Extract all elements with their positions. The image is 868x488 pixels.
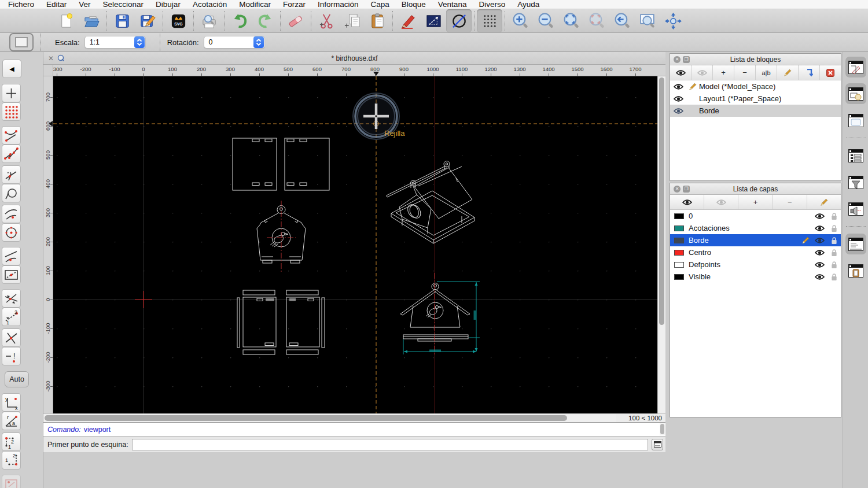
lock-icon[interactable]: [827, 224, 841, 232]
snap-middle-button[interactable]: [2, 247, 21, 265]
visibility-eye-icon[interactable]: [812, 213, 827, 220]
vertical-scrollbar-thumb[interactable]: [659, 77, 664, 325]
visibility-eye-icon[interactable]: [670, 108, 686, 114]
menu-item-modificar[interactable]: Modificar: [239, 0, 271, 9]
block-insert-button[interactable]: [799, 65, 820, 80]
menu-item-dibujar[interactable]: Dibujar: [156, 0, 181, 9]
zoom-out-button[interactable]: [533, 9, 558, 32]
block-row[interactable]: Model (*Model_Space): [670, 80, 841, 93]
undo-button[interactable]: [227, 9, 252, 32]
line-tool-button[interactable]: [421, 9, 446, 32]
redo-button[interactable]: [252, 9, 278, 32]
coord-cartesian-button[interactable]: yx: [2, 393, 21, 412]
rel-point-b-button[interactable]: 12: [2, 451, 21, 469]
command-keyboard-button[interactable]: [652, 439, 663, 450]
visibility-eye-icon[interactable]: [670, 95, 686, 102]
menu-item-capa[interactable]: Capa: [371, 0, 389, 9]
circle-tool-button[interactable]: [446, 9, 472, 32]
panel-float-icon[interactable]: ❐: [683, 56, 690, 63]
menu-item-ver[interactable]: Ver: [79, 0, 90, 9]
snap-on-entity-button[interactable]: [2, 145, 21, 163]
zoom-selection-button[interactable]: [584, 9, 609, 32]
zoom-auto-button[interactable]: [558, 9, 584, 32]
visibility-eye-icon[interactable]: [670, 83, 686, 90]
zoom-window-button[interactable]: [635, 9, 660, 32]
visibility-eye-icon[interactable]: [812, 249, 827, 256]
snap-reference-button[interactable]: [2, 265, 21, 284]
layer-remove-button[interactable]: −: [773, 195, 807, 209]
snap-intersection-button[interactable]: [2, 328, 21, 347]
snap-distance-button[interactable]: 12: [2, 308, 21, 326]
new-document-button[interactable]: [53, 9, 79, 32]
snap-tangent-button[interactable]: [2, 205, 21, 223]
snap-endpoints-button[interactable]: [2, 126, 21, 145]
visibility-eye-icon[interactable]: [812, 261, 827, 268]
menu-item-seleccionar[interactable]: Seleccionar: [103, 0, 144, 9]
lock-icon[interactable]: [827, 249, 841, 257]
menu-item-información[interactable]: Información: [318, 0, 359, 9]
open-document-button[interactable]: [79, 9, 104, 32]
menu-item-ventana[interactable]: Ventana: [438, 0, 467, 9]
command-input[interactable]: [132, 439, 648, 450]
snap-perpendicular-button[interactable]: [2, 165, 21, 184]
menu-item-bloque[interactable]: Bloque: [402, 0, 426, 9]
palette-back-button[interactable]: ◀: [2, 60, 21, 78]
delete-button[interactable]: [283, 9, 308, 32]
menu-item-acotación[interactable]: Acotación: [193, 0, 227, 9]
block-rename-button[interactable]: a|b: [756, 65, 777, 80]
restrict-nothing-button[interactable]: !: [2, 347, 21, 365]
scale-select[interactable]: 1:1: [84, 36, 146, 49]
visibility-eye-icon[interactable]: [812, 273, 827, 280]
layer-row[interactable]: Centro: [670, 246, 841, 258]
layer-row[interactable]: Visible: [670, 271, 841, 283]
block-edit-button[interactable]: [777, 65, 799, 80]
layer-show-all-button[interactable]: [670, 195, 704, 209]
horizontal-scrollbar[interactable]: [43, 414, 616, 422]
snap-center-button[interactable]: [2, 223, 21, 242]
print-preview-button[interactable]: [196, 9, 222, 32]
layer-edit-button[interactable]: [807, 195, 841, 209]
panel-float-icon[interactable]: ❐: [683, 186, 690, 193]
horizontal-scrollbar-thumb[interactable]: [45, 415, 567, 421]
menu-item-fichero[interactable]: Fichero: [8, 0, 34, 9]
viewport-button[interactable]: [9, 33, 34, 51]
auto-snap-button[interactable]: Auto: [5, 371, 29, 387]
menu-item-forzar[interactable]: Forzar: [283, 0, 306, 9]
layer-row[interactable]: Acotaciones: [670, 222, 841, 234]
block-row[interactable]: Layout1 (*Paper_Space): [670, 93, 841, 105]
grid-snap-button[interactable]: [2, 102, 21, 121]
dock-filter-button[interactable]: [845, 172, 866, 193]
edit-pencil-icon[interactable]: [686, 83, 699, 91]
dock-block-list-button[interactable]: [845, 57, 866, 77]
lock-icon[interactable]: [827, 236, 841, 245]
rel-point-a-button[interactable]: 12: [2, 432, 21, 451]
dock-clipboard-button[interactable]: [845, 260, 866, 281]
save-as-button[interactable]: [135, 9, 160, 32]
select-region-button[interactable]: [2, 475, 21, 488]
vertical-scrollbar[interactable]: [657, 76, 665, 413]
snap-circle-button[interactable]: [2, 184, 21, 202]
command-scrollbar[interactable]: [660, 423, 665, 435]
layer-add-button[interactable]: +: [738, 195, 773, 209]
zoom-in-button[interactable]: [507, 9, 533, 32]
coord-polar-button[interactable]: ra: [2, 412, 21, 430]
panel-close-icon[interactable]: ✕: [674, 186, 681, 193]
dock-layer-list-button[interactable]: [845, 145, 866, 166]
copy-button[interactable]: [339, 9, 365, 32]
dock-library-browser-button[interactable]: [845, 83, 866, 104]
block-row[interactable]: Borde: [670, 105, 841, 117]
lock-icon[interactable]: [827, 261, 841, 269]
layer-row[interactable]: Borde: [670, 234, 841, 246]
cut-button[interactable]: [314, 9, 339, 32]
zoom-previous-button[interactable]: [609, 9, 635, 32]
save-button[interactable]: [109, 9, 135, 32]
dock-blank-panel-button[interactable]: [845, 110, 866, 131]
menu-item-editar[interactable]: Editar: [46, 0, 67, 9]
grid-toggle-button[interactable]: [477, 9, 502, 32]
paste-button[interactable]: [365, 9, 390, 32]
block-add-button[interactable]: +: [713, 65, 734, 80]
edit-pencil-icon[interactable]: [799, 236, 812, 245]
block-purge-button[interactable]: [820, 65, 841, 80]
layer-row[interactable]: 0: [670, 210, 841, 222]
visibility-eye-icon[interactable]: [812, 225, 827, 232]
